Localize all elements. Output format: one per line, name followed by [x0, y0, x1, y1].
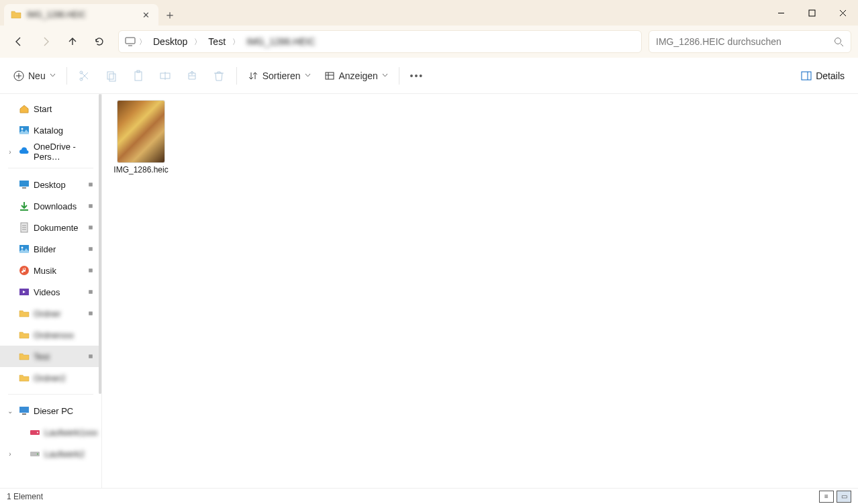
sidebar-item-start[interactable]: Start: [0, 98, 101, 119]
sidebar-item-dieser-pc[interactable]: ⌄Dieser PC: [0, 400, 101, 421]
cut-button[interactable]: [71, 64, 98, 88]
new-tab-button[interactable]: ＋: [158, 4, 181, 26]
breadcrumb-item[interactable]: Desktop: [149, 34, 191, 50]
expand-icon[interactable]: [5, 266, 15, 275]
expand-icon[interactable]: [5, 223, 15, 232]
copy-icon: [105, 70, 117, 82]
paste-button[interactable]: [125, 64, 152, 88]
sidebar-item-downloads[interactable]: Downloads: [0, 195, 101, 217]
sort-icon: [248, 70, 258, 81]
chevron-down-icon: [305, 72, 311, 79]
forward-button[interactable]: [34, 30, 58, 54]
new-button[interactable]: Neu: [7, 64, 62, 88]
expand-icon[interactable]: [5, 201, 15, 211]
chevron-right-icon: 〉: [194, 37, 201, 47]
pc-icon: [19, 405, 30, 416]
view-button[interactable]: Anzeigen: [318, 64, 395, 88]
tab[interactable]: IMG_1286.HEIC ✕: [4, 4, 158, 26]
separator: [399, 67, 399, 85]
refresh-button[interactable]: [87, 30, 111, 54]
sidebar-item-bilder[interactable]: Bilder: [0, 238, 101, 260]
sidebar-item-label: Laufwerk1xxx: [44, 427, 97, 438]
breadcrumb-item[interactable]: IMG_1286.HEIC: [242, 34, 320, 50]
expand-icon[interactable]: [5, 180, 15, 189]
expand-icon[interactable]: ›: [5, 449, 15, 458]
svg-rect-13: [107, 72, 113, 79]
search-icon: [834, 37, 844, 47]
view-thumbnails-button[interactable]: ▭: [837, 491, 851, 503]
drive-icon: [30, 448, 40, 459]
status-count: 1 Element: [7, 492, 43, 501]
expand-icon[interactable]: [5, 373, 15, 383]
svg-rect-27: [22, 187, 26, 189]
folder-icon: [19, 372, 30, 383]
expand-icon[interactable]: ⌄: [5, 406, 15, 415]
expand-icon[interactable]: [5, 309, 15, 318]
svg-rect-14: [109, 74, 115, 81]
sidebar-item-ordner[interactable]: Ordner: [0, 303, 101, 324]
svg-point-6: [835, 38, 841, 44]
sidebar-item-label: Ordner2: [34, 373, 66, 383]
sidebar-item-label: Downloads: [34, 201, 77, 211]
svg-rect-37: [19, 407, 29, 413]
delete-button[interactable]: [205, 64, 232, 88]
music-icon: [19, 265, 30, 276]
more-button[interactable]: •••: [403, 64, 430, 88]
sidebar-item-onedrive-pers-[interactable]: ›OneDrive - Pers…: [0, 141, 101, 162]
expand-icon[interactable]: ›: [5, 147, 15, 156]
svg-rect-38: [22, 413, 26, 415]
expand-icon[interactable]: [5, 244, 15, 254]
cloud-icon: [19, 146, 30, 157]
sidebar[interactable]: StartKatalog›OneDrive - Pers…DesktopDown…: [0, 94, 102, 488]
sidebar-item-ordner2[interactable]: Ordner2: [0, 367, 101, 389]
plus-circle-icon: [13, 70, 24, 81]
file-pane[interactable]: IMG_1286.heic: [102, 94, 858, 488]
sidebar-item-label: Katalog: [34, 125, 63, 136]
back-button[interactable]: [7, 30, 31, 54]
expand-icon[interactable]: [5, 427, 15, 437]
sidebar-item-ordnerxxx[interactable]: Ordnerxxx: [0, 324, 101, 346]
view-list-button[interactable]: ≡: [819, 491, 834, 503]
svg-rect-26: [19, 181, 29, 187]
expand-icon[interactable]: [5, 352, 15, 361]
expand-icon[interactable]: [5, 104, 15, 113]
sidebar-item-dokumente[interactable]: Dokumente: [0, 217, 101, 238]
details-pane-toggle[interactable]: Details: [801, 70, 851, 81]
sidebar-item-label: Desktop: [34, 180, 66, 190]
maximize-button[interactable]: [796, 0, 827, 26]
sidebar-item-label: Laufwerk2: [44, 449, 85, 459]
search-input[interactable]: IMG_1286.HEIC durchsuchen: [649, 30, 851, 53]
window-controls: [765, 0, 858, 26]
sidebar-item-test[interactable]: Test: [0, 346, 101, 367]
expand-icon[interactable]: [5, 125, 15, 135]
svg-rect-15: [135, 72, 142, 81]
rename-icon: [159, 70, 171, 82]
main-area: StartKatalog›OneDrive - Pers…DesktopDown…: [0, 94, 858, 488]
file-name: IMG_1286.heic: [113, 165, 168, 174]
breadcrumb-item[interactable]: Test: [204, 34, 230, 50]
sort-button[interactable]: Sortieren: [241, 64, 318, 88]
file-item[interactable]: IMG_1286.heic: [111, 101, 171, 174]
close-tab-icon[interactable]: ✕: [140, 9, 152, 21]
expand-icon[interactable]: [5, 330, 15, 340]
sidebar-item-videos[interactable]: Videos: [0, 281, 101, 303]
sidebar-item-desktop[interactable]: Desktop: [0, 174, 101, 195]
breadcrumb[interactable]: 〉 Desktop 〉 Test 〉 IMG_1286.HEIC: [118, 30, 642, 53]
sidebar-item-laufwerk1xxx[interactable]: Laufwerk1xxx: [0, 421, 101, 443]
sidebar-item-musik[interactable]: Musik: [0, 260, 101, 281]
up-button[interactable]: [60, 30, 85, 54]
paste-icon: [132, 70, 144, 82]
sidebar-item-laufwerk2[interactable]: ›Laufwerk2: [0, 443, 101, 464]
search-placeholder: IMG_1286.HEIC durchsuchen: [656, 36, 834, 47]
close-window-button[interactable]: [827, 0, 858, 26]
sort-label: Sortieren: [263, 70, 301, 81]
svg-point-42: [37, 454, 38, 455]
copy-button[interactable]: [98, 64, 125, 88]
share-button[interactable]: [179, 64, 205, 88]
minimize-button[interactable]: [765, 0, 796, 26]
chevron-right-icon: 〉: [139, 37, 146, 47]
expand-icon[interactable]: [5, 287, 15, 297]
sidebar-item-label: Test: [34, 352, 50, 362]
rename-button[interactable]: [152, 64, 179, 88]
sidebar-item-katalog[interactable]: Katalog: [0, 119, 101, 141]
